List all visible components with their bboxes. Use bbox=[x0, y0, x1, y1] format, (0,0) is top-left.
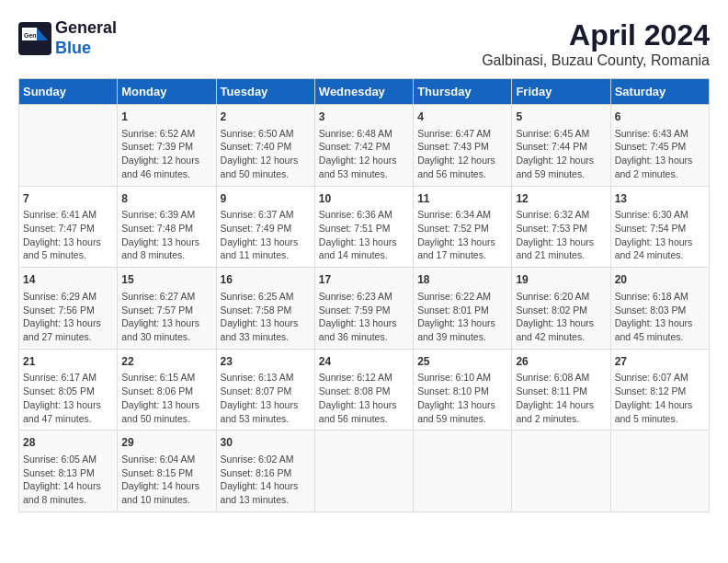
calendar-cell: 23Sunrise: 6:13 AM Sunset: 8:07 PM Dayli… bbox=[216, 349, 314, 431]
header-row: SundayMondayTuesdayWednesdayThursdayFrid… bbox=[19, 79, 710, 105]
calendar-cell bbox=[610, 431, 709, 512]
day-number: 19 bbox=[516, 272, 606, 288]
calendar-cell: 13Sunrise: 6:30 AM Sunset: 7:54 PM Dayli… bbox=[610, 186, 709, 268]
day-number: 3 bbox=[319, 109, 409, 125]
title-block: April 2024 Galbinasi, Buzau County, Roma… bbox=[482, 18, 710, 69]
calendar-cell: 19Sunrise: 6:20 AM Sunset: 8:02 PM Dayli… bbox=[512, 268, 610, 350]
calendar-cell: 5Sunrise: 6:45 AM Sunset: 7:44 PM Daylig… bbox=[512, 105, 610, 187]
day-number: 15 bbox=[121, 272, 211, 288]
calendar-cell: 6Sunrise: 6:43 AM Sunset: 7:45 PM Daylig… bbox=[610, 105, 709, 187]
day-number: 27 bbox=[615, 354, 705, 370]
calendar-cell: 20Sunrise: 6:18 AM Sunset: 8:03 PM Dayli… bbox=[610, 268, 709, 350]
cell-content: Sunrise: 6:22 AM Sunset: 8:01 PM Dayligh… bbox=[417, 290, 507, 344]
day-number: 18 bbox=[417, 272, 507, 288]
cell-content: Sunrise: 6:52 AM Sunset: 7:39 PM Dayligh… bbox=[121, 127, 211, 181]
calendar-cell: 24Sunrise: 6:12 AM Sunset: 8:08 PM Dayli… bbox=[314, 349, 413, 431]
cell-content: Sunrise: 6:17 AM Sunset: 8:05 PM Dayligh… bbox=[23, 371, 113, 425]
cell-content: Sunrise: 6:43 AM Sunset: 7:45 PM Dayligh… bbox=[615, 127, 705, 181]
cell-content: Sunrise: 6:41 AM Sunset: 7:47 PM Dayligh… bbox=[23, 208, 113, 262]
day-number: 7 bbox=[23, 191, 113, 207]
day-number: 6 bbox=[615, 109, 705, 125]
week-row-3: 14Sunrise: 6:29 AM Sunset: 7:56 PM Dayli… bbox=[19, 268, 710, 350]
calendar-cell: 21Sunrise: 6:17 AM Sunset: 8:05 PM Dayli… bbox=[19, 349, 118, 431]
cell-content: Sunrise: 6:10 AM Sunset: 8:10 PM Dayligh… bbox=[417, 371, 507, 425]
calendar-cell: 3Sunrise: 6:48 AM Sunset: 7:42 PM Daylig… bbox=[314, 105, 413, 187]
calendar-cell: 25Sunrise: 6:10 AM Sunset: 8:10 PM Dayli… bbox=[414, 349, 512, 431]
day-number: 11 bbox=[417, 191, 507, 207]
calendar-cell: 27Sunrise: 6:07 AM Sunset: 8:12 PM Dayli… bbox=[610, 349, 709, 431]
day-number: 13 bbox=[615, 191, 705, 207]
column-header-wednesday: Wednesday bbox=[314, 79, 413, 105]
day-number: 22 bbox=[121, 354, 211, 370]
day-number: 24 bbox=[319, 354, 409, 370]
day-number: 26 bbox=[516, 354, 606, 370]
day-number: 25 bbox=[417, 354, 507, 370]
calendar-cell: 15Sunrise: 6:27 AM Sunset: 7:57 PM Dayli… bbox=[118, 268, 216, 350]
day-number: 29 bbox=[121, 435, 211, 451]
day-number: 10 bbox=[319, 191, 409, 207]
calendar-cell bbox=[414, 431, 512, 512]
page-subtitle: Galbinasi, Buzau County, Romania bbox=[482, 52, 710, 69]
cell-content: Sunrise: 6:20 AM Sunset: 8:02 PM Dayligh… bbox=[516, 290, 606, 344]
cell-content: Sunrise: 6:05 AM Sunset: 8:13 PM Dayligh… bbox=[23, 453, 113, 507]
week-row-5: 28Sunrise: 6:05 AM Sunset: 8:13 PM Dayli… bbox=[19, 431, 710, 512]
calendar-cell: 14Sunrise: 6:29 AM Sunset: 7:56 PM Dayli… bbox=[19, 268, 118, 350]
column-header-sunday: Sunday bbox=[19, 79, 118, 105]
calendar-cell bbox=[19, 105, 118, 187]
cell-content: Sunrise: 6:04 AM Sunset: 8:15 PM Dayligh… bbox=[121, 453, 211, 507]
cell-content: Sunrise: 6:07 AM Sunset: 8:12 PM Dayligh… bbox=[615, 371, 705, 425]
calendar-cell: 26Sunrise: 6:08 AM Sunset: 8:11 PM Dayli… bbox=[512, 349, 610, 431]
calendar-cell: 22Sunrise: 6:15 AM Sunset: 8:06 PM Dayli… bbox=[118, 349, 216, 431]
cell-content: Sunrise: 6:45 AM Sunset: 7:44 PM Dayligh… bbox=[516, 127, 606, 181]
logo-name: General Blue bbox=[55, 18, 117, 58]
calendar-cell bbox=[512, 431, 610, 512]
cell-content: Sunrise: 6:27 AM Sunset: 7:57 PM Dayligh… bbox=[121, 290, 211, 344]
calendar-cell: 10Sunrise: 6:36 AM Sunset: 7:51 PM Dayli… bbox=[314, 186, 413, 268]
cell-content: Sunrise: 6:23 AM Sunset: 7:59 PM Dayligh… bbox=[319, 290, 409, 344]
day-number: 4 bbox=[417, 109, 507, 125]
cell-content: Sunrise: 6:37 AM Sunset: 7:49 PM Dayligh… bbox=[221, 208, 311, 262]
day-number: 5 bbox=[516, 109, 606, 125]
logo-icon: Gen bbox=[18, 22, 51, 55]
cell-content: Sunrise: 6:13 AM Sunset: 8:07 PM Dayligh… bbox=[221, 371, 311, 425]
column-header-thursday: Thursday bbox=[414, 79, 512, 105]
calendar-cell: 12Sunrise: 6:32 AM Sunset: 7:53 PM Dayli… bbox=[512, 186, 610, 268]
calendar-cell: 8Sunrise: 6:39 AM Sunset: 7:48 PM Daylig… bbox=[118, 186, 216, 268]
calendar-cell: 4Sunrise: 6:47 AM Sunset: 7:43 PM Daylig… bbox=[414, 105, 512, 187]
day-number: 9 bbox=[221, 191, 311, 207]
day-number: 8 bbox=[121, 191, 211, 207]
cell-content: Sunrise: 6:47 AM Sunset: 7:43 PM Dayligh… bbox=[417, 127, 507, 181]
week-row-1: 1Sunrise: 6:52 AM Sunset: 7:39 PM Daylig… bbox=[19, 105, 710, 187]
day-number: 21 bbox=[23, 354, 113, 370]
column-header-monday: Monday bbox=[118, 79, 216, 105]
week-row-4: 21Sunrise: 6:17 AM Sunset: 8:05 PM Dayli… bbox=[19, 349, 710, 431]
cell-content: Sunrise: 6:29 AM Sunset: 7:56 PM Dayligh… bbox=[23, 290, 113, 344]
column-header-tuesday: Tuesday bbox=[216, 79, 314, 105]
cell-content: Sunrise: 6:25 AM Sunset: 7:58 PM Dayligh… bbox=[221, 290, 311, 344]
calendar-cell: 18Sunrise: 6:22 AM Sunset: 8:01 PM Dayli… bbox=[414, 268, 512, 350]
svg-text:Gen: Gen bbox=[24, 32, 37, 39]
page-title: April 2024 bbox=[482, 18, 710, 52]
cell-content: Sunrise: 6:30 AM Sunset: 7:54 PM Dayligh… bbox=[615, 208, 705, 262]
cell-content: Sunrise: 6:34 AM Sunset: 7:52 PM Dayligh… bbox=[417, 208, 507, 262]
calendar-cell: 28Sunrise: 6:05 AM Sunset: 8:13 PM Dayli… bbox=[19, 431, 118, 512]
calendar-cell: 7Sunrise: 6:41 AM Sunset: 7:47 PM Daylig… bbox=[19, 186, 118, 268]
day-number: 16 bbox=[221, 272, 311, 288]
logo: Gen General Blue bbox=[18, 18, 117, 58]
day-number: 23 bbox=[221, 354, 311, 370]
calendar-cell: 9Sunrise: 6:37 AM Sunset: 7:49 PM Daylig… bbox=[216, 186, 314, 268]
day-number: 17 bbox=[319, 272, 409, 288]
calendar-cell: 1Sunrise: 6:52 AM Sunset: 7:39 PM Daylig… bbox=[118, 105, 216, 187]
cell-content: Sunrise: 6:36 AM Sunset: 7:51 PM Dayligh… bbox=[319, 208, 409, 262]
cell-content: Sunrise: 6:39 AM Sunset: 7:48 PM Dayligh… bbox=[121, 208, 211, 262]
column-header-friday: Friday bbox=[512, 79, 610, 105]
cell-content: Sunrise: 6:02 AM Sunset: 8:16 PM Dayligh… bbox=[221, 453, 311, 507]
day-number: 14 bbox=[23, 272, 113, 288]
cell-content: Sunrise: 6:08 AM Sunset: 8:11 PM Dayligh… bbox=[516, 371, 606, 425]
page-header: Gen General Blue April 2024 Galbinasi, B… bbox=[18, 18, 710, 69]
day-number: 30 bbox=[221, 435, 311, 451]
day-number: 2 bbox=[221, 109, 311, 125]
calendar-cell: 16Sunrise: 6:25 AM Sunset: 7:58 PM Dayli… bbox=[216, 268, 314, 350]
day-number: 12 bbox=[516, 191, 606, 207]
cell-content: Sunrise: 6:15 AM Sunset: 8:06 PM Dayligh… bbox=[121, 371, 211, 425]
